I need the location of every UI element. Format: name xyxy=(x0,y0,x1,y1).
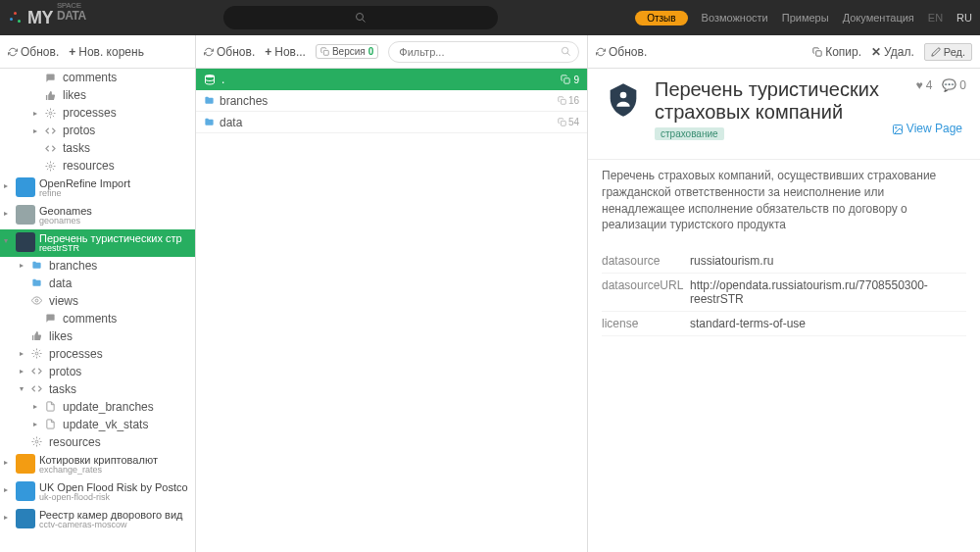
tree-root[interactable]: ▸OpenRefine Importrefine xyxy=(0,175,195,202)
folder-icon xyxy=(31,260,45,271)
tree-item[interactable]: comments xyxy=(0,69,195,86)
detail-properties: datasourcerussiatourism.rudatasourceURLh… xyxy=(588,241,980,344)
detail-panel: Обнов. Копир. ✕ Удал. Ред. Перечень тури xyxy=(588,35,980,552)
comment-icon: 💬 xyxy=(942,78,956,92)
code-icon xyxy=(45,125,59,136)
cog-icon xyxy=(45,161,59,172)
code-icon xyxy=(45,143,59,154)
tree-item[interactable]: likes xyxy=(0,327,195,345)
new-root-button[interactable]: + Нов. корень xyxy=(69,45,144,59)
refresh-button[interactable]: Обнов. xyxy=(204,45,255,59)
property-key: license xyxy=(602,317,690,330)
tree-item[interactable]: comments xyxy=(0,310,195,327)
image-icon xyxy=(892,124,904,135)
cog-icon xyxy=(31,436,45,447)
copy-icon xyxy=(558,96,566,105)
copy-icon xyxy=(558,118,566,126)
app-header: MY DATA SPACE Отзыв Возможности Примеры … xyxy=(0,0,980,35)
tree-root[interactable]: ▾Перечень туристических стрreestrSTR xyxy=(0,229,195,257)
tree-item[interactable]: ▸protos xyxy=(0,363,195,380)
file-panel: Обнов. + Нов... Версия 0 . xyxy=(196,35,588,552)
svg-line-1 xyxy=(362,20,365,23)
lang-ru[interactable]: RU xyxy=(956,12,972,24)
detail-icon xyxy=(602,78,645,122)
tree-item[interactable]: ▸update_branches xyxy=(0,398,195,416)
root-icon xyxy=(16,454,35,474)
filter-input[interactable] xyxy=(388,41,579,63)
copy-button[interactable]: Копир. xyxy=(812,45,861,59)
hearts-stat[interactable]: ♥4 xyxy=(916,78,933,92)
tree-item[interactable]: ▸branches xyxy=(0,257,195,275)
svg-point-3 xyxy=(49,165,52,168)
like-icon xyxy=(31,330,45,341)
nav-link[interactable]: Примеры xyxy=(782,12,829,24)
tree-root[interactable]: ▸Geonamesgeonames xyxy=(0,202,195,229)
logo[interactable]: MY DATA SPACE xyxy=(8,8,86,28)
version-selector[interactable]: Версия 0 xyxy=(316,44,378,59)
tree-item[interactable]: resources xyxy=(0,433,195,451)
refresh-icon xyxy=(204,47,214,57)
refresh-button[interactable]: Обнов. xyxy=(596,45,647,59)
tree-root[interactable]: ▸Котировки криптовалютexchange_rates xyxy=(0,451,195,478)
comment-icon xyxy=(45,73,59,83)
tree-item[interactable]: ▸processes xyxy=(0,104,195,122)
delete-button[interactable]: ✕ Удал. xyxy=(871,45,914,59)
property-value: standard-terms-of-use xyxy=(690,317,966,330)
refresh-icon xyxy=(8,47,18,57)
tree-root[interactable]: ▸Реестр камер дворового видcctv-cameras-… xyxy=(0,506,195,533)
svg-rect-7 xyxy=(323,50,328,55)
view-page-link[interactable]: View Page xyxy=(892,122,963,135)
edit-button[interactable]: Ред. xyxy=(924,43,972,61)
detail-description: Перечень страховых компаний, осуществивш… xyxy=(588,159,980,241)
code-icon xyxy=(31,383,45,394)
file-root-row[interactable]: . 9 xyxy=(196,69,587,90)
close-icon: ✕ xyxy=(871,45,881,59)
svg-rect-12 xyxy=(561,99,565,104)
folder-icon xyxy=(204,95,220,106)
tree-item[interactable]: ▸processes xyxy=(0,345,195,363)
logo-icon xyxy=(8,10,24,25)
logo-space: SPACE xyxy=(57,1,80,10)
new-button[interactable]: + Нов... xyxy=(265,45,306,59)
search-icon xyxy=(561,46,571,57)
root-icon xyxy=(16,481,35,501)
tree-item[interactable]: ▾tasks xyxy=(0,380,195,398)
svg-point-2 xyxy=(49,112,52,115)
plus-icon: + xyxy=(69,45,75,59)
lang-en[interactable]: EN xyxy=(928,12,943,24)
tree-item[interactable]: ▸protos xyxy=(0,122,195,139)
global-search[interactable] xyxy=(223,6,498,29)
nav-link[interactable]: Документация xyxy=(843,12,914,24)
file-row[interactable]: branches16 xyxy=(196,90,587,112)
copy-icon xyxy=(320,47,329,56)
svg-rect-11 xyxy=(564,78,569,83)
nav-link[interactable]: Возможности xyxy=(702,12,768,24)
tree-item[interactable]: resources xyxy=(0,157,195,175)
cog-icon xyxy=(31,348,45,359)
review-button[interactable]: Отзыв xyxy=(635,11,687,25)
property-value: http://opendata.russiatourism.ru/7708550… xyxy=(690,278,966,306)
tree: commentslikes▸processes▸protostasksresou… xyxy=(0,69,195,552)
svg-rect-14 xyxy=(816,50,821,55)
svg-rect-13 xyxy=(561,121,565,125)
tree-root[interactable]: ▸UK Open Flood Risk by Postcouk-open-flo… xyxy=(0,478,195,506)
file-row[interactable]: data54 xyxy=(196,112,587,133)
logo-my: MY xyxy=(27,8,53,28)
tag[interactable]: страхование xyxy=(655,127,724,140)
svg-point-6 xyxy=(35,441,38,444)
tree-item[interactable]: views xyxy=(0,292,195,310)
database-icon xyxy=(204,74,216,85)
svg-point-5 xyxy=(35,353,38,356)
tree-item[interactable]: likes xyxy=(0,86,195,104)
cog-icon xyxy=(45,108,59,119)
svg-point-10 xyxy=(206,75,215,77)
tree-item[interactable]: tasks xyxy=(0,139,195,157)
file-list: branches16data54 xyxy=(196,90,587,133)
svg-point-4 xyxy=(35,300,38,303)
comments-stat[interactable]: 💬0 xyxy=(942,78,966,92)
root-icon xyxy=(16,232,35,252)
refresh-button[interactable]: Обнов. xyxy=(8,45,59,59)
property-key: datasourceURL xyxy=(602,278,690,306)
tree-item[interactable]: data xyxy=(0,275,195,292)
tree-item[interactable]: ▸update_vk_stats xyxy=(0,416,195,433)
